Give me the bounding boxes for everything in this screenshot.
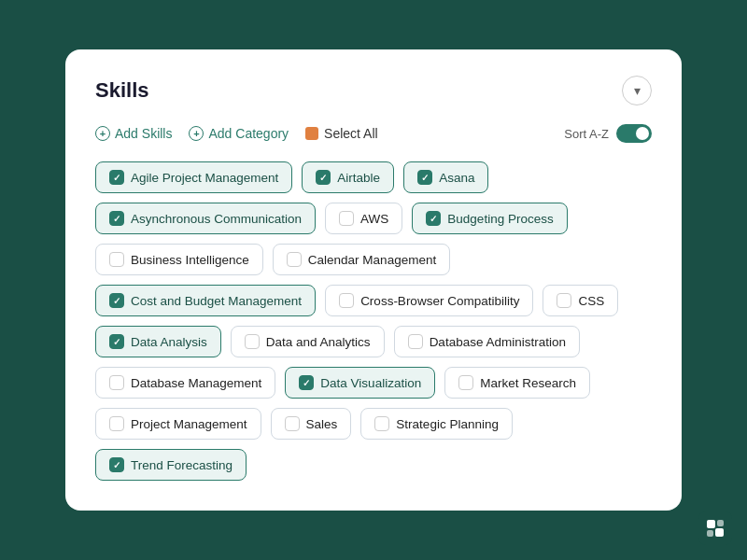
card-title: Skills bbox=[95, 78, 148, 103]
skill-label-data-analysis: Data Analysis bbox=[131, 335, 207, 349]
skill-checkbox-database-administration bbox=[408, 334, 423, 349]
add-skills-button[interactable]: + Add Skills bbox=[95, 126, 172, 141]
sort-toggle-area: Sort A-Z bbox=[564, 124, 652, 143]
skill-checkbox-strategic-planning bbox=[374, 416, 389, 431]
select-all-icon bbox=[305, 127, 318, 140]
skills-grid: Agile Project ManagementAirtableAsanaAsy… bbox=[95, 161, 652, 481]
skill-checkbox-agile-project-management bbox=[109, 170, 124, 185]
skill-chip-aws[interactable]: AWS bbox=[325, 203, 402, 234]
skill-checkbox-asynchronous-communication bbox=[109, 211, 124, 226]
skill-chip-database-administration[interactable]: Database Administration bbox=[394, 326, 580, 357]
skill-checkbox-business-intelligence bbox=[109, 252, 124, 267]
skill-checkbox-trend-forecasting bbox=[109, 457, 124, 472]
skill-chip-trend-forecasting[interactable]: Trend Forecasting bbox=[95, 449, 247, 481]
skill-label-database-management: Database Management bbox=[131, 376, 261, 390]
skill-chip-agile-project-management[interactable]: Agile Project Management bbox=[95, 161, 292, 193]
skill-checkbox-cost-and-budget-management bbox=[109, 293, 124, 308]
skill-chip-data-analysis[interactable]: Data Analysis bbox=[95, 326, 221, 357]
skill-label-cost-and-budget-management: Cost and Budget Management bbox=[131, 294, 302, 308]
skill-chip-business-intelligence[interactable]: Business Intelligence bbox=[95, 244, 263, 275]
logo-mark bbox=[698, 511, 732, 545]
skill-chip-strategic-planning[interactable]: Strategic Planning bbox=[360, 408, 513, 440]
skill-label-aws: AWS bbox=[360, 212, 388, 226]
skill-chip-asana[interactable]: Asana bbox=[403, 161, 488, 193]
svg-rect-1 bbox=[717, 520, 724, 526]
add-category-label: Add Category bbox=[208, 126, 289, 141]
add-skills-icon: + bbox=[95, 126, 110, 141]
skill-label-css: CSS bbox=[578, 294, 604, 308]
skill-checkbox-project-management bbox=[109, 416, 124, 431]
skill-chip-database-management[interactable]: Database Management bbox=[95, 367, 275, 399]
skill-checkbox-data-visualization bbox=[299, 375, 314, 390]
skill-label-agile-project-management: Agile Project Management bbox=[131, 171, 278, 185]
add-category-icon: + bbox=[189, 126, 204, 141]
sort-label: Sort A-Z bbox=[564, 127, 609, 141]
skill-label-asynchronous-communication: Asynchronous Communication bbox=[131, 212, 302, 226]
skill-checkbox-css bbox=[557, 293, 571, 308]
skill-checkbox-aws bbox=[339, 211, 354, 226]
skill-checkbox-database-management bbox=[109, 375, 124, 390]
skill-checkbox-calendar-management bbox=[287, 252, 302, 267]
sort-toggle-switch[interactable] bbox=[616, 124, 652, 143]
select-all-label: Select All bbox=[324, 126, 378, 141]
skill-chip-budgeting-process[interactable]: Budgeting Process bbox=[412, 203, 567, 234]
skill-label-trend-forecasting: Trend Forecasting bbox=[131, 458, 233, 472]
card-header: Skills ▾ bbox=[95, 76, 652, 105]
toolbar: + Add Skills + Add Category Select All S… bbox=[95, 124, 652, 143]
skill-label-sales: Sales bbox=[306, 417, 338, 431]
skill-label-data-visualization: Data Visualization bbox=[320, 376, 421, 390]
skill-checkbox-market-research bbox=[458, 375, 473, 390]
skill-label-database-administration: Database Administration bbox=[430, 335, 566, 349]
skill-chip-data-and-analytics[interactable]: Data and Analytics bbox=[231, 326, 385, 357]
skill-chip-calendar-management[interactable]: Calendar Management bbox=[273, 244, 450, 275]
skill-checkbox-asana bbox=[417, 170, 432, 185]
skill-label-airtable: Airtable bbox=[337, 171, 380, 185]
select-all-button[interactable]: Select All bbox=[305, 126, 378, 141]
skills-card: Skills ▾ + Add Skills + Add Category Sel… bbox=[65, 49, 682, 511]
collapse-button[interactable]: ▾ bbox=[622, 76, 652, 105]
skill-chip-asynchronous-communication[interactable]: Asynchronous Communication bbox=[95, 203, 316, 234]
skill-checkbox-budgeting-process bbox=[426, 211, 441, 226]
skill-label-budgeting-process: Budgeting Process bbox=[447, 212, 553, 226]
skill-checkbox-data-and-analytics bbox=[245, 334, 260, 349]
skill-label-project-management: Project Management bbox=[131, 417, 247, 431]
skill-chip-project-management[interactable]: Project Management bbox=[95, 408, 261, 440]
skill-chip-airtable[interactable]: Airtable bbox=[302, 161, 394, 193]
skill-chip-cross-browser-compatibility[interactable]: Cross-Browser Compatibility bbox=[325, 285, 533, 316]
svg-rect-0 bbox=[707, 520, 715, 528]
skill-checkbox-cross-browser-compatibility bbox=[339, 293, 354, 308]
chevron-down-icon: ▾ bbox=[634, 83, 641, 98]
skill-checkbox-sales bbox=[285, 416, 300, 431]
skill-label-market-research: Market Research bbox=[480, 376, 576, 390]
skill-chip-css[interactable]: CSS bbox=[543, 285, 618, 316]
skill-label-cross-browser-compatibility: Cross-Browser Compatibility bbox=[360, 294, 519, 308]
skill-chip-data-visualization[interactable]: Data Visualization bbox=[285, 367, 435, 399]
svg-rect-3 bbox=[715, 528, 724, 537]
skill-label-strategic-planning: Strategic Planning bbox=[396, 417, 499, 431]
skill-label-business-intelligence: Business Intelligence bbox=[131, 253, 249, 267]
skill-checkbox-airtable bbox=[316, 170, 331, 185]
skill-label-calendar-management: Calendar Management bbox=[308, 253, 436, 267]
skill-label-asana: Asana bbox=[439, 171, 474, 185]
skill-label-data-and-analytics: Data and Analytics bbox=[266, 335, 371, 349]
skill-chip-cost-and-budget-management[interactable]: Cost and Budget Management bbox=[95, 285, 316, 316]
skill-checkbox-data-analysis bbox=[109, 334, 124, 349]
skill-chip-market-research[interactable]: Market Research bbox=[444, 367, 590, 399]
add-skills-label: Add Skills bbox=[115, 126, 172, 141]
skill-chip-sales[interactable]: Sales bbox=[271, 408, 352, 440]
add-category-button[interactable]: + Add Category bbox=[189, 126, 289, 141]
svg-rect-2 bbox=[707, 530, 713, 537]
